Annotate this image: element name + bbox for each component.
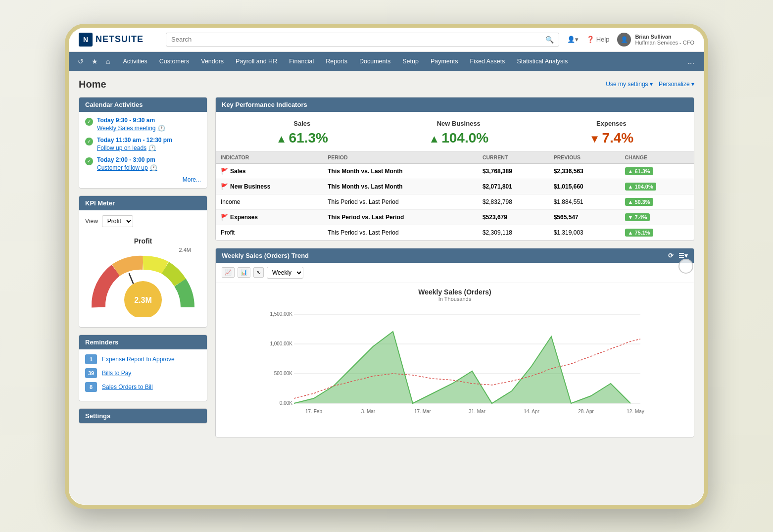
arrow-down-icon-expenses [589,130,600,146]
svg-marker-11 [294,332,640,403]
reminder-item-1: 1 Expense Report to Approve [85,354,201,364]
table-row: 🚩Sales This Month vs. Last Month $3,768,… [216,163,694,179]
cal-check-icon-2: ✓ [85,138,93,145]
nav-home-icon[interactable]: ⌂ [103,55,113,67]
main-content: Home Use my settings ▾ Personalize ▾ Cal… [69,71,704,505]
help-btn[interactable]: ❓ Help [586,36,610,43]
nav-item-payroll[interactable]: Payroll and HR [230,54,283,69]
content-grid: Calendar Activities ✓ Today 9:30 - 9:30 … [79,97,694,437]
reminder-link-3[interactable]: Sales Orders to Bill [102,384,153,390]
kpi-sum-sales-label: Sales [276,120,328,127]
svg-text:3. Mar: 3. Mar [361,409,376,414]
search-input[interactable] [171,36,542,43]
reminder-badge-3: 8 [85,382,97,392]
reminders-header: Reminders [79,335,207,349]
nav-menu: Activities Customers Vendors Payroll and… [117,54,574,69]
use-my-settings-btn[interactable]: Use my settings ▾ [606,81,653,88]
table-row: Profit This Period vs. Last Period $2,30… [216,225,694,240]
search-bar[interactable]: 🔍 [166,33,559,47]
row-change: ▲ 75.1% [620,225,694,240]
calendar-item-1: ✓ Today 9:30 - 9:30 am Weekly Sales meet… [85,117,201,132]
cal-time-1: Today 9:30 - 9:30 am [97,117,165,124]
gauge-container: Profit 2.4M [85,232,201,322]
nav-item-activities[interactable]: Activities [117,54,153,69]
kpi-view-select[interactable]: Profit [102,215,133,227]
chart-area: Weekly Sales (Orders) In Thousands 1,500… [216,283,694,437]
nav-favorites-icon[interactable]: ★ [89,55,101,67]
row-period: This Period vs. Last Period [323,194,478,209]
nav-item-customers[interactable]: Customers [153,54,195,69]
row-indicator: Profit [216,225,323,240]
cal-more-link[interactable]: More... [85,176,201,183]
nav-item-financial[interactable]: Financial [283,54,320,69]
reminders-card: Reminders 1 Expense Report to Approve 39… [79,335,207,401]
row-current: $523,679 [478,209,549,225]
nav-item-payments[interactable]: Payments [425,54,464,69]
row-previous: $1,015,660 [549,179,620,194]
svg-text:17. Mar: 17. Mar [414,409,432,414]
nav-item-reports[interactable]: Reports [320,54,353,69]
nav-item-setup[interactable]: Setup [396,54,425,69]
reminders-body: 1 Expense Report to Approve 39 Bills to … [79,349,207,401]
gauge-max: 2.4M [85,247,191,253]
cal-check-icon-3: ✓ [85,157,93,165]
chart-refresh-icon[interactable]: ⟳ [668,252,674,259]
notifications-btn[interactable]: 👤▾ [567,36,579,43]
col-change: Change [620,151,694,164]
kpi-view-label: View [85,218,98,225]
cal-clock-icon-2: 🕐 [148,145,156,151]
svg-text:500.00K: 500.00K [274,371,293,376]
svg-text:31. Mar: 31. Mar [469,409,486,414]
table-row: 🚩Expenses This Period vs. Last Period $5… [216,209,694,225]
nav-history-icon[interactable]: ↺ [75,55,87,67]
reminder-link-1[interactable]: Expense Report to Approve [102,356,175,363]
reminder-item-3: 8 Sales Orders to Bill [85,382,201,392]
kpi-sum-expenses-label: Expenses [589,120,634,127]
nav-icons: ↺ ★ ⌂ [75,55,113,67]
chart-line-btn[interactable]: 📈 [222,267,235,278]
col-indicator: Indicator [216,151,323,164]
nav-item-fixed-assets[interactable]: Fixed Assets [464,54,511,69]
user-details: Brian Sullivan Huffman Services - CFO [635,34,694,46]
kpi-sum-newbiz-label: New Business [429,120,488,127]
chart-header-actions: ⟳ ☰▾ [668,252,688,259]
row-period: This Period vs. Last Period [323,225,478,240]
row-previous: $1,319,003 [549,225,620,240]
nav-item-documents[interactable]: Documents [353,54,396,69]
kpi-table: Indicator Period Current Previous Change… [216,151,694,241]
row-change: ▲ 104.0% [620,179,694,194]
nav-more-btn[interactable]: ... [684,53,698,70]
calendar-card: Calendar Activities ✓ Today 9:30 - 9:30 … [79,97,207,189]
calendar-item-3: ✓ Today 2:00 - 3:00 pm Customer follow u… [85,156,201,171]
user-info[interactable]: 👤 Brian Sullivan Huffman Services - CFO [617,33,694,47]
reminder-link-2[interactable]: Bills to Pay [102,370,131,377]
personalize-btn[interactable]: Personalize ▾ [659,81,694,88]
cal-check-icon-1: ✓ [85,118,93,126]
col-previous: Previous [549,151,620,164]
row-period: This Month vs. Last Month [323,179,478,194]
kpi-summary: Sales 61.3% New Business 104. [216,112,694,151]
cal-link-2[interactable]: Follow up on leads 🕐 [97,145,172,151]
nav-item-statistical[interactable]: Statistical Analysis [511,54,574,69]
chart-menu-icon[interactable]: ☰▾ [678,252,688,259]
logo-text: NETSUITE [96,34,144,45]
chart-bar-btn[interactable]: 📊 [238,267,250,278]
chart-area-btn[interactable]: ∿ [253,267,264,278]
kpi-view-row: View Profit [85,215,201,227]
svg-text:17. Feb: 17. Feb [305,409,322,414]
chart-sub-title: In Thousands [226,296,684,302]
kpi-sum-newbiz: New Business 104.0% [429,120,488,146]
nav-item-vendors[interactable]: Vendors [195,54,230,69]
col-current: Current [478,151,549,164]
cal-link-1[interactable]: Weekly Sales meeting 🕐 [97,125,165,132]
cal-link-3[interactable]: Customer follow up 🕐 [97,164,157,171]
row-current: $2,309,118 [478,225,549,240]
chart-period-select[interactable]: Weekly [267,267,303,279]
table-row: Income This Period vs. Last Period $2,83… [216,194,694,209]
svg-text:28. Apr: 28. Apr [578,409,594,414]
reminder-badge-1: 1 [85,354,97,364]
nav-bar: ↺ ★ ⌂ Activities Customers Vendors Payro… [69,52,704,71]
calendar-header: Calendar Activities [79,97,207,112]
chart-title-area: Weekly Sales (Orders) In Thousands [226,288,684,302]
gauge-value: 2.3M [134,296,152,304]
